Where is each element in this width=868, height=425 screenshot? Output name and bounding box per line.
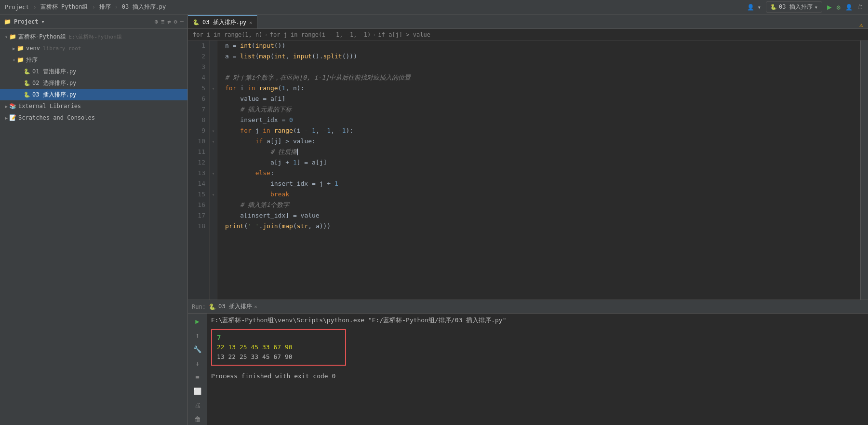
tree-item-root[interactable]: ▾ 📁 蓝桥杯-Python组 E:\蓝桥杯-Python组: [0, 31, 187, 42]
tree-arrow-sort: ▾: [13, 57, 15, 63]
tab-insert-sort[interactable]: 🐍 03 插入排序.py ✕: [188, 15, 257, 28]
code-line-16: # 插入第i个数字: [225, 200, 853, 210]
tree-file-insert-icon: 🐍: [24, 92, 30, 98]
code-editor[interactable]: 12345 678910 1112131415 161718 ▾ ▾: [188, 41, 868, 300]
run-down-icon[interactable]: ↓: [191, 357, 204, 370]
run-tab-bar: Run: 🐍 03 插入排序 ✕: [188, 300, 868, 314]
project-panel: 📁 Project ▾ ⊕ ≡ ⇄ ⚙ — ▾ 📁 蓝桥杯-Python组 E:…: [0, 14, 188, 425]
code-line-10: if a[j] > value:: [225, 136, 853, 147]
run-label-static: Run:: [192, 303, 206, 310]
run-output-box: 7 22 13 25 45 33 67 90 13 22 25 33 45 67…: [211, 329, 346, 366]
breadcrumb-bar: for i in range(1, n) › for j in range(i …: [188, 29, 868, 41]
code-line-2: a = list(map(int, input().split())): [225, 51, 853, 62]
run-button[interactable]: ▶: [827, 2, 832, 12]
run-output-number: 7: [217, 333, 340, 343]
title-subfolder: 排序: [99, 3, 111, 11]
tree-item-insert[interactable]: 🐍 03 插入排序.py: [0, 89, 187, 100]
tree-item-scratches[interactable]: ▶ 📝 Scratches and Consoles: [0, 112, 187, 123]
code-line-3: [225, 62, 853, 72]
breadcrumb-part3: if a[j] > value: [378, 31, 430, 38]
run-tab[interactable]: 🐍 03 插入排序 ✕: [209, 302, 257, 311]
project-list-icon[interactable]: ≡: [161, 18, 164, 25]
title-profile-icon[interactable]: 👤 ▾: [747, 4, 761, 11]
run-play-icon[interactable]: ▶: [191, 315, 204, 328]
project-minimize-icon[interactable]: —: [180, 18, 184, 25]
tree-item-bubble[interactable]: 🐍 01 冒泡排序.py: [0, 66, 187, 77]
tree-label-ext: External Libraries: [18, 103, 81, 110]
tree-scratch-icon: 📝: [9, 114, 16, 121]
breadcrumb-sep2: ›: [373, 31, 376, 38]
breadcrumb-part1: for i in range(1, n): [193, 31, 263, 38]
tree-item-select[interactable]: 🐍 02 选择排序.py: [0, 77, 187, 89]
tree-ext-icon: 📚: [9, 103, 16, 110]
title-right: 👤 ▾ 🐍 03 插入排序 ▾ ▶ ⚙ 👤 ⏱: [747, 1, 863, 13]
fold-15[interactable]: ▾: [210, 189, 217, 200]
run-output-section: 7 22 13 25 45 33 67 90 13 22 25 33 45 67…: [211, 327, 864, 368]
project-folder-icon: 📁: [4, 18, 11, 25]
tree-folder-venv-icon: 📁: [17, 45, 24, 52]
fold-5[interactable]: ▾: [210, 83, 217, 94]
project-swap-icon[interactable]: ⇄: [167, 18, 171, 25]
project-header: 📁 Project ▾ ⊕ ≡ ⇄ ⚙ —: [0, 14, 187, 29]
run-up-icon[interactable]: ↑: [191, 329, 204, 342]
fold-10[interactable]: ▾: [210, 136, 217, 147]
tree-label-root: 蓝桥杯-Python组: [18, 33, 66, 41]
tab-label: 03 插入排序.py: [202, 18, 246, 27]
tree-item-ext-libs[interactable]: ▶ 📚 External Libraries: [0, 100, 187, 112]
tree-folder-root-icon: 📁: [9, 33, 16, 40]
run-lines-icon[interactable]: ≡: [191, 371, 204, 384]
run-tab-label: 03 插入排序: [218, 302, 252, 311]
line-numbers: 12345 678910 1112131415 161718: [188, 41, 210, 300]
tree-path-root: E:\蓝桥杯-Python组: [69, 33, 122, 41]
tree-file-bubble-icon: 🐍: [24, 69, 30, 75]
run-label-icon: 🐍: [770, 4, 777, 10]
code-line-12: a[j + 1] = a[j]: [225, 157, 853, 168]
code-line-1: n = int(input()): [225, 41, 853, 51]
title-sep3: ›: [115, 4, 118, 11]
run-command-line: E:\蓝桥杯-Python组\venv\Scripts\python.exe "…: [211, 315, 864, 325]
run-layout: ▶ ↑ 🔧 ↓ ≡ ⬜ 🖨 🗑 E:\蓝桥杯-Python组\venv\Scri…: [188, 314, 868, 425]
tree-arrow-scratch: ▶: [5, 115, 8, 121]
editor-run-container: 12345 678910 1112131415 161718 ▾ ▾: [188, 41, 868, 425]
run-label-chevron: ▾: [815, 4, 818, 11]
title-file: 03 插入排序.py: [122, 3, 166, 11]
project-gear-icon[interactable]: ⚙: [174, 18, 177, 25]
run-print-icon[interactable]: 🖨: [191, 399, 204, 411]
fold-9[interactable]: ▾: [210, 125, 217, 136]
tree-file-select-icon: 🐍: [24, 80, 30, 86]
run-tab-close[interactable]: ✕: [254, 304, 257, 309]
tree-arrow-ext: ▶: [5, 104, 8, 109]
code-line-18: print(' '.join(map(str, a))): [225, 221, 853, 232]
tab-close-button[interactable]: ✕: [249, 20, 252, 25]
project-arrow: ▾: [41, 18, 45, 25]
tree-item-sort[interactable]: ▾ 📁 排序: [0, 54, 187, 66]
tree-arrow-venv: ▶: [13, 46, 15, 51]
tree-item-venv[interactable]: ▶ 📁 venv library root: [0, 42, 187, 54]
run-tab-icon: 🐍: [209, 303, 216, 310]
tree-label-select: 02 选择排序.py: [32, 79, 76, 87]
breadcrumb-part2: for j in range(i - 1, -1, -1): [270, 31, 371, 38]
run-panel: Run: 🐍 03 插入排序 ✕ ▶ ↑ 🔧 ↓ ≡ ⬜: [188, 300, 868, 425]
tab-file-icon: 🐍: [193, 19, 200, 26]
profile-icon2[interactable]: 👤: [845, 4, 853, 11]
fold-13[interactable]: ▾: [210, 168, 217, 178]
run-output-result-line: 13 22 25 33 45 67 90: [217, 352, 340, 362]
title-folder: 蓝桥杯-Python组: [40, 3, 88, 11]
tree-label-scratch: Scratches and Consoles: [18, 114, 95, 121]
editor-area: 🐍 03 插入排序.py ✕ ⚠ for i in range(1, n) › …: [188, 14, 868, 425]
project-add-icon[interactable]: ⊕: [155, 18, 158, 25]
project-title: Project: [14, 18, 39, 25]
code-line-5: for i in range(1, n):: [225, 83, 853, 94]
tree-folder-sort-icon: 📁: [17, 56, 24, 63]
run-trash-icon[interactable]: 🗑: [191, 413, 204, 425]
code-line-15: break: [225, 189, 853, 200]
code-content[interactable]: n = int(input()) a = list(map(int, input…: [217, 41, 860, 300]
clock-icon[interactable]: ⏱: [857, 4, 863, 11]
tree-label-bubble: 01 冒泡排序.py: [32, 68, 76, 76]
title-bar: Project › 蓝桥杯-Python组 › 排序 › 03 插入排序.py …: [0, 0, 868, 14]
settings-icon[interactable]: ⚙: [837, 3, 841, 11]
gutter: ▾ ▾ ▾ ▾ ▾: [210, 41, 217, 300]
code-line-11: # 往后挪: [225, 147, 853, 157]
run-list-icon[interactable]: ⬜: [191, 385, 204, 397]
run-wrench-icon[interactable]: 🔧: [191, 343, 204, 356]
